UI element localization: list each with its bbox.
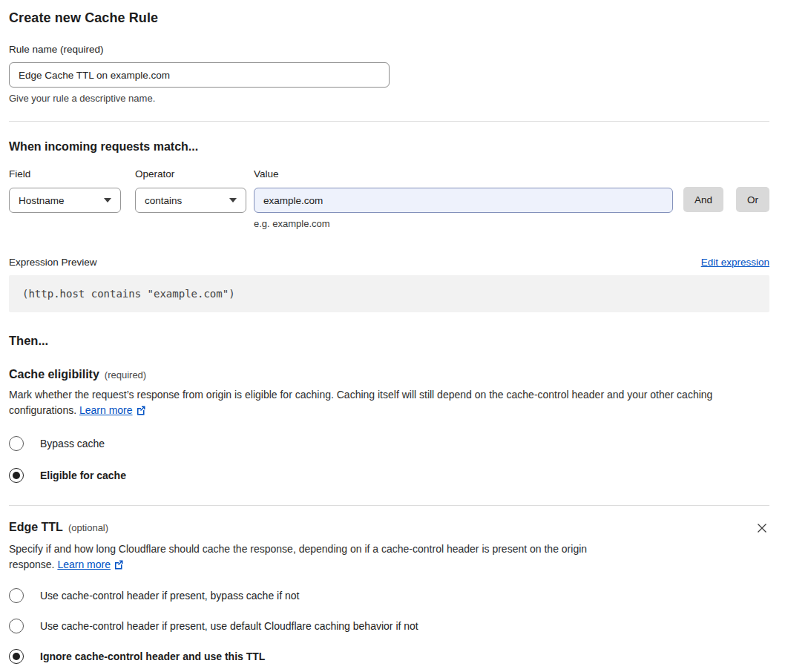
section-divider: [9, 121, 769, 122]
cache-eligibility-required-badge: (required): [105, 369, 146, 381]
radio-icon: [9, 619, 24, 633]
create-cache-rule-form: Create new Cache Rule Rule name (require…: [0, 0, 785, 672]
expression-header: Expression Preview Edit expression: [9, 257, 769, 268]
radio-icon: [9, 468, 24, 483]
cache-eligibility-heading: Cache eligibility: [9, 368, 99, 381]
matcher-heading: When incoming requests match...: [9, 140, 769, 154]
external-link-icon: [136, 405, 146, 415]
radio-label: Use cache-control header if present, use…: [40, 620, 418, 632]
value-label: Value: [254, 168, 673, 179]
radio-icon: [9, 436, 24, 451]
chevron-down-icon: [104, 198, 111, 202]
radio-label: Ignore cache-control header and use this…: [40, 650, 265, 662]
edit-expression-link[interactable]: Edit expression: [701, 257, 769, 268]
condition-row: Field Hostname Operator contains Value e…: [9, 168, 769, 229]
and-button[interactable]: And: [683, 187, 723, 212]
expression-preview-label: Expression Preview: [9, 257, 97, 268]
radio-eligible-for-cache[interactable]: Eligible for cache: [9, 468, 769, 483]
radio-label: Bypass cache: [40, 438, 105, 449]
operator-select[interactable]: contains: [135, 188, 246, 213]
radio-label: Use cache-control header if present, byp…: [40, 590, 299, 602]
cache-eligibility-description: Mark whether the request’s response from…: [9, 387, 769, 419]
field-select-value: Hostname: [19, 195, 65, 206]
rule-name-helper: Give your rule a descriptive name.: [9, 93, 769, 104]
cache-eligibility-learn-more-link[interactable]: Learn more: [79, 404, 133, 416]
radio-icon: [9, 649, 24, 664]
radio-use-cc-bypass[interactable]: Use cache-control header if present, byp…: [9, 588, 769, 603]
radio-icon: [9, 588, 24, 603]
edge-ttl-learn-more-link[interactable]: Learn more: [57, 559, 111, 570]
rule-name-label: Rule name (required): [9, 44, 769, 55]
cache-eligibility-heading-row: Cache eligibility(required): [9, 368, 769, 381]
operator-select-value: contains: [145, 195, 182, 206]
then-heading: Then...: [9, 334, 769, 348]
field-label: Field: [9, 168, 121, 179]
radio-ignore-cc-use-ttl[interactable]: Ignore cache-control header and use this…: [9, 649, 769, 664]
edge-ttl-section: Edge TTL(optional) Specify if and how lo…: [9, 521, 769, 672]
edge-ttl-description: Specify if and how long Cloudflare shoul…: [9, 541, 628, 573]
expression-preview-code: (http.host contains "example.com"): [9, 275, 769, 312]
radio-use-cc-default[interactable]: Use cache-control header if present, use…: [9, 619, 769, 633]
radio-label: Eligible for cache: [40, 470, 126, 481]
radio-bypass-cache[interactable]: Bypass cache: [9, 436, 769, 451]
page-title: Create new Cache Rule: [9, 10, 769, 26]
chevron-down-icon: [229, 198, 237, 202]
rule-name-input[interactable]: [9, 62, 390, 88]
close-icon[interactable]: [755, 521, 769, 536]
value-helper: e.g. example.com: [254, 218, 673, 229]
or-button[interactable]: Or: [736, 187, 769, 212]
value-input[interactable]: [254, 188, 673, 213]
edge-ttl-heading: Edge TTL: [9, 521, 63, 533]
field-select[interactable]: Hostname: [9, 188, 121, 213]
section-divider: [9, 505, 769, 506]
edge-ttl-optional-badge: (optional): [68, 522, 108, 533]
operator-label: Operator: [135, 168, 246, 179]
andor-group: And Or: [683, 187, 769, 212]
external-link-icon: [114, 559, 124, 570]
